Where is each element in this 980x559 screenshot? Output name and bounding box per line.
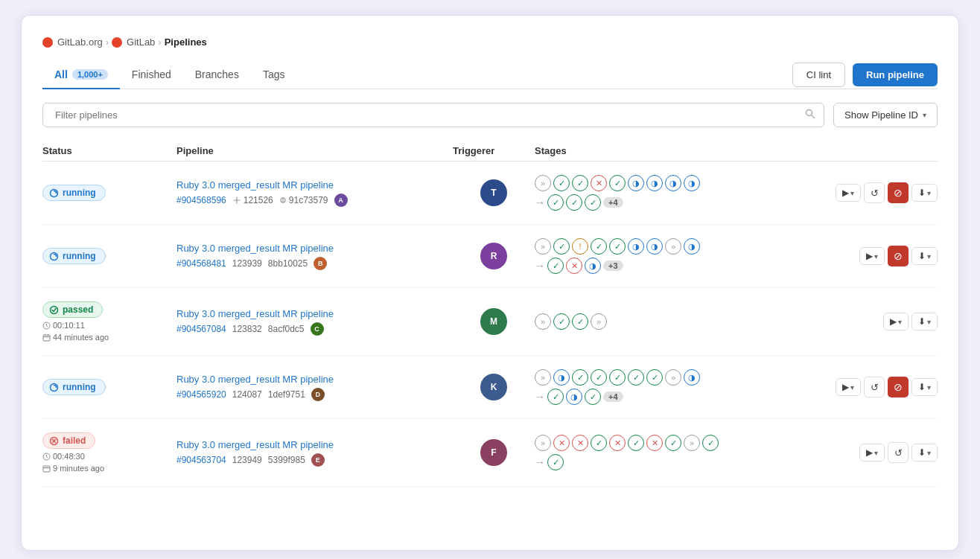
play-button[interactable]: ▶ ▾	[859, 444, 885, 461]
chevron-down-icon: ▾	[923, 111, 926, 119]
triggerer-cell: T	[453, 179, 535, 206]
tabs-actions: CI lint Run pipeline	[792, 63, 938, 87]
retry-button[interactable]: ↺	[864, 182, 885, 203]
tab-all-label: All	[54, 68, 68, 80]
breadcrumb-org[interactable]: GitLab.org	[57, 36, 103, 48]
stage-icon: ◑	[684, 238, 700, 255]
tab-branches[interactable]: Branches	[183, 61, 251, 89]
triggerer-cell: F	[453, 439, 535, 466]
stage-icon: »	[665, 238, 681, 255]
header-status: Status	[42, 145, 176, 156]
stage-icon: »	[535, 435, 551, 451]
stage-icon: »	[535, 313, 551, 330]
pipeline-id: #904567084	[176, 324, 226, 334]
table-row: failed 00:48:30 9 minutes ago Ruby 3.0 m…	[42, 419, 938, 487]
stage-icon: ◑	[646, 238, 663, 255]
pipeline-title-link[interactable]: Ruby 3.0 merged_result MR pipeline	[176, 308, 453, 319]
status-cell: running	[42, 248, 176, 264]
stage-icon: ✕	[646, 435, 663, 451]
ci-lint-button[interactable]: CI lint	[792, 63, 845, 87]
status-badge: running	[42, 248, 106, 264]
pipeline-id: #904565920	[176, 389, 226, 400]
table-header: Status Pipeline Triggerer Stages	[42, 141, 938, 162]
pipeline-title-link[interactable]: Ruby 3.0 merged_result MR pipeline	[176, 374, 453, 385]
play-button[interactable]: ▶ ▾	[836, 378, 861, 396]
stage-icon: »	[591, 313, 607, 330]
pipeline-meta: #904563704 123949 5399f985 E	[176, 453, 453, 467]
pipeline-title-link[interactable]: Ruby 3.0 merged_result MR pipeline	[176, 439, 453, 450]
stage-icon: »	[535, 175, 551, 191]
stage-icon: ✓	[609, 238, 626, 255]
stage-icon: ◑	[566, 389, 582, 405]
stages-cell: » ✓ ✓ ✕ ✓ ◑ ◑ ◑ ◑ → ✓ ✓ ✓ +4	[535, 175, 811, 211]
filter-row: Show Pipeline ID ▾	[42, 103, 938, 127]
play-button[interactable]: ▶ ▾	[883, 313, 909, 330]
stage-arrow: →	[535, 456, 545, 468]
stage-icon: ✕	[609, 435, 626, 451]
download-button[interactable]: ⬇ ▾	[911, 184, 938, 202]
stage-arrow: →	[535, 197, 545, 208]
svg-line-20	[47, 456, 48, 458]
stage-icon: ✓	[702, 435, 719, 451]
cancel-button[interactable]: ⊘	[888, 182, 909, 203]
show-pipeline-id-button[interactable]: Show Pipeline ID ▾	[833, 103, 938, 127]
commit-avatar: C	[311, 322, 324, 336]
stage-icon: ✓	[591, 238, 607, 255]
stage-icon: ✓	[591, 435, 607, 451]
tab-finished-label: Finished	[132, 68, 171, 80]
stage-icon: ✓	[591, 369, 607, 386]
download-button[interactable]: ⬇ ▾	[911, 247, 938, 265]
triggerer-cell: M	[453, 308, 535, 335]
stage-icon: !	[572, 238, 588, 255]
run-pipeline-button[interactable]: Run pipeline	[853, 63, 938, 86]
show-pipeline-id-label: Show Pipeline ID	[844, 109, 918, 121]
stage-icon: ✕	[566, 258, 582, 274]
header-pipeline: Pipeline	[176, 145, 453, 156]
stage-icon: ✕	[572, 435, 588, 451]
stage-icon: ✓	[547, 258, 564, 274]
commit-avatar: B	[314, 257, 327, 270]
stage-plus: +4	[603, 197, 623, 208]
stage-icon: ◑	[585, 258, 601, 274]
tab-finished[interactable]: Finished	[120, 61, 183, 89]
header-triggerer: Triggerer	[453, 145, 535, 156]
pipeline-title-link[interactable]: Ruby 3.0 merged_result MR pipeline	[176, 243, 453, 254]
retry-button[interactable]: ↺	[864, 377, 885, 397]
status-badge: failed	[42, 432, 95, 449]
table-row: passed 00:10:11 44 minutes ago Ruby 3.0 …	[42, 288, 938, 356]
breadcrumb-project[interactable]: GitLab	[127, 36, 155, 48]
cancel-button[interactable]: ⊘	[888, 246, 909, 266]
stage-icon: »	[535, 238, 551, 255]
play-button[interactable]: ▶ ▾	[859, 247, 885, 265]
main-card: GitLab.org › GitLab › Pipelines All 1,00…	[21, 15, 959, 551]
svg-rect-10	[43, 335, 50, 341]
filter-pipelines-input[interactable]	[51, 103, 804, 127]
svg-point-6	[51, 306, 58, 313]
stage-icon: ◑	[628, 175, 644, 191]
commit-count: 123949	[232, 455, 262, 465]
commit-count: 121526	[232, 195, 273, 205]
pipeline-cell: Ruby 3.0 merged_result MR pipeline #9045…	[176, 308, 453, 336]
download-button[interactable]: ⬇ ▾	[911, 378, 938, 396]
tab-all[interactable]: All 1,000+	[42, 61, 120, 89]
svg-line-1	[812, 115, 815, 118]
stage-icon: ✓	[609, 369, 626, 386]
stage-icon: ✓	[547, 454, 564, 470]
download-button[interactable]: ⬇ ▾	[911, 444, 938, 461]
status-badge: passed	[42, 301, 103, 318]
pipeline-title-link[interactable]: Ruby 3.0 merged_result MR pipeline	[176, 179, 453, 191]
stage-icon: ✓	[572, 313, 588, 330]
stage-icon: »	[535, 369, 551, 386]
retry-button[interactable]: ↺	[888, 442, 909, 463]
stages-cell: » ✕ ✕ ✓ ✕ ✓ ✕ ✓ » ✓ → ✓	[535, 435, 811, 470]
download-button[interactable]: ⬇ ▾	[911, 313, 938, 330]
search-icon	[804, 108, 816, 123]
actions-cell: ▶ ▾ ↺ ⬇ ▾	[811, 442, 938, 463]
play-button[interactable]: ▶ ▾	[836, 184, 861, 202]
pipeline-cell: Ruby 3.0 merged_result MR pipeline #9045…	[176, 374, 453, 401]
stage-icon: ◑	[665, 175, 681, 191]
cancel-button[interactable]: ⊘	[888, 377, 909, 397]
stage-icon: ◑	[684, 175, 700, 191]
status-badge: running	[42, 185, 106, 201]
tab-tags[interactable]: Tags	[251, 61, 297, 89]
